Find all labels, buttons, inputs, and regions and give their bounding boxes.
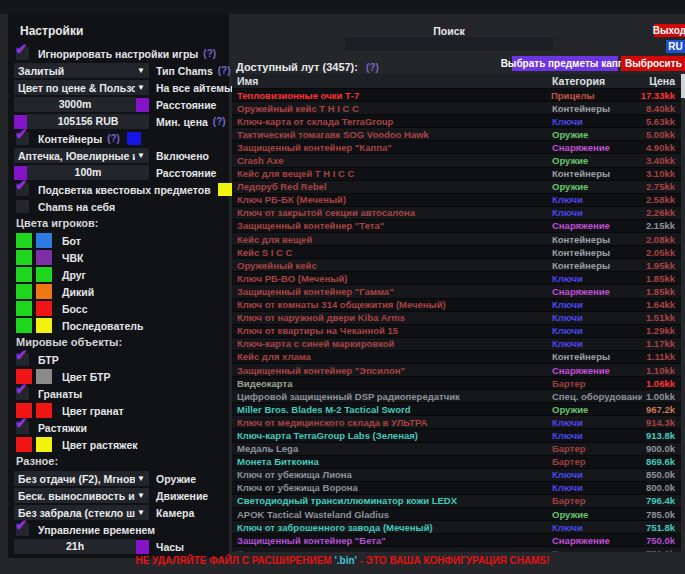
loot-row[interactable]: Ключ-картаКлючи750.0k [232, 546, 681, 552]
value-input[interactable]: 100m [27, 165, 149, 180]
dropdown[interactable]: Без отдачи (F2), Мгновенное п▼ [14, 471, 149, 486]
loot-row[interactable]: Светодиодный трансиллюминатор кожи LEDXБ… [232, 494, 681, 507]
value-input[interactable]: 3000m [14, 97, 136, 112]
loot-row[interactable]: ВидеокартаБартер1.06kk [232, 376, 681, 389]
loot-item-category: Ключи [552, 522, 642, 533]
loot-row[interactable]: Miller Bros. Blades M-2 Tactical SwordОр… [232, 402, 681, 415]
loot-table-scrollbar[interactable] [681, 74, 685, 552]
loot-row[interactable]: Тактический томагавк SOG Voodoo HawkОруж… [232, 127, 681, 140]
color-swatch[interactable] [36, 403, 52, 418]
color-swatch[interactable] [36, 301, 52, 316]
loot-row[interactable]: Кейс S I C CКонтейнеры2.05kk [232, 245, 681, 258]
loot-row[interactable]: Ключ от комнаты 314 общежития (Меченый)К… [232, 298, 681, 311]
color-swatch[interactable] [36, 267, 52, 282]
loot-row[interactable]: Ключ-карта с синей маркировкойКлючи1.17k… [232, 337, 681, 350]
loot-row[interactable]: Оружейный кейсКонтейнеры1.95kk [232, 258, 681, 271]
color-swatch[interactable] [36, 284, 52, 299]
dropdown[interactable]: Залитый▼ [14, 63, 149, 78]
color-swatch[interactable] [36, 233, 52, 248]
loot-row[interactable]: Защищенный контейнер "Эпсилон"Снаряжение… [232, 363, 681, 376]
dropdown[interactable]: Без забрала (стекло шлема)▼ [14, 505, 149, 520]
scrollbar-thumb[interactable] [681, 74, 685, 98]
color-swatch[interactable] [36, 318, 52, 333]
loot-item-price: 850.0k [642, 469, 681, 480]
loot-item-name: Кейс для вещей [232, 234, 552, 245]
loot-row[interactable]: Crash AxeОружие3.40kk [232, 153, 681, 166]
loot-row[interactable]: Ключ-карта TerraGroup Labs (Зеленая)Ключ… [232, 428, 681, 441]
language-button[interactable]: RU [666, 40, 685, 53]
loot-row[interactable]: Защищенный контейнер "Каппа"Снаряжение4.… [232, 140, 681, 153]
loot-item-name: Оружейный кейс T H I C C [232, 103, 552, 114]
color-swatch[interactable] [36, 369, 52, 384]
loot-row[interactable]: Ключ-карта от склада TerraGroupКлючи5.63… [232, 114, 681, 127]
color-swatch[interactable] [218, 183, 232, 196]
checkbox-row: ✔БТР [14, 352, 223, 367]
loot-row[interactable]: Ключ РБ-БК (Меченый)Ключи2.58kk [232, 193, 681, 206]
checkbox[interactable]: ✔ [16, 421, 29, 434]
dump-all-button[interactable]: Выбросить все [621, 56, 685, 71]
loot-row[interactable]: Кейс для вещейКонтейнеры2.08kk [232, 232, 681, 245]
checkbox[interactable]: ✔ [16, 523, 29, 536]
loot-item-price: 869.6k [642, 456, 681, 467]
loot-row[interactable]: Кейс для хламаКонтейнеры1.11kk [232, 350, 681, 363]
loot-item-price: 1.00kk [642, 391, 681, 402]
checkbox[interactable]: ✔ [16, 387, 29, 400]
input-wrap: 100m [14, 165, 149, 180]
color-swatch[interactable] [16, 284, 32, 299]
loot-row[interactable]: Ключ от заброшенного завода (Меченый)Клю… [232, 520, 681, 533]
dropdown[interactable]: Цвет по цене & Пользователь▼ [14, 80, 149, 95]
checkbox[interactable]: ✔ [16, 47, 29, 60]
loot-row[interactable]: Ключ от убежища ЛионаКлючи850.0k [232, 468, 681, 481]
loot-row[interactable]: Тепловизионные очки Т-7Прицелы17.33kk [232, 88, 681, 101]
value-input[interactable]: 21h [14, 539, 136, 554]
loot-item-price: 796.4k [642, 495, 681, 506]
dropdown-label: Движение [156, 490, 208, 502]
loot-row[interactable]: APOK Tactical Wasteland GladiusОружие785… [232, 507, 681, 520]
color-swatch[interactable] [16, 301, 32, 316]
value-input[interactable]: 105156 RUB [27, 114, 149, 129]
loot-row[interactable]: Защищенный контейнер "Бета"Снаряжение750… [232, 533, 681, 546]
color-swatch[interactable] [16, 233, 32, 248]
loot-row[interactable]: Ледоруб Red RebelОружие2.75kk [232, 180, 681, 193]
checkbox-row: ✔Контейнеры(?) [14, 131, 223, 146]
loot-row[interactable]: Медаль LegaБартер900.0k [232, 442, 681, 455]
color-swatch[interactable] [127, 132, 141, 145]
color-swatch[interactable] [16, 250, 32, 265]
loot-row[interactable]: Ключ от медицинского склада в УЛЬТРАКлюч… [232, 415, 681, 428]
loot-row[interactable]: Ключ от наружной двери Kiba ArmsКлючи1.5… [232, 311, 681, 324]
color-swatch[interactable] [36, 250, 52, 265]
checkbox[interactable]: ✔ [16, 183, 29, 196]
loot-row[interactable]: Монета БиткоинаБартер869.6k [232, 455, 681, 468]
color-swatch[interactable] [16, 267, 32, 282]
loot-row[interactable]: Оружейный кейс T H I C CКонтейнеры8.40kk [232, 101, 681, 114]
loot-row[interactable]: Кейс для вещей T H I C CКонтейнеры3.10kk [232, 167, 681, 180]
checkbox[interactable]: ✔ [16, 353, 29, 366]
loot-row[interactable]: Цифровой защищенный DSP радиопередатчикС… [232, 389, 681, 402]
loot-row[interactable]: Ключ РБ-ВО (Меченый)Ключи1.85kk [232, 271, 681, 284]
checkbox[interactable]: ✔ [16, 132, 29, 145]
checkbox[interactable] [16, 200, 29, 213]
exit-button[interactable]: Выход [654, 24, 685, 37]
dropdown[interactable]: Аптечка, Ювелирные и...▼ [14, 148, 149, 163]
checkbox-label: БТР [38, 354, 59, 366]
loot-row[interactable]: Защищенный контейнер "Тета"Снаряжение2.1… [232, 219, 681, 232]
color-swatch[interactable] [16, 318, 32, 333]
loot-item-category: Ключи [552, 299, 642, 310]
loot-row[interactable]: Ключ от закрытой секции автосалонаКлючи2… [232, 206, 681, 219]
loot-row[interactable]: Ключ от квартиры на Чеканной 15Ключи1.29… [232, 324, 681, 337]
dropdown-value: Без забрала (стекло шлема) [18, 507, 135, 519]
color-swatch[interactable] [136, 98, 149, 112]
loot-row[interactable]: Ключ от убежища ВоронаКлючи800.0k [232, 481, 681, 494]
color-swatch[interactable] [16, 437, 32, 452]
loot-row[interactable]: Защищенный контейнер "Гамма"Снаряжение1.… [232, 284, 681, 297]
select-kappa-items-button[interactable]: Выбрать предметы каппа [512, 56, 618, 71]
dropdown[interactable]: Беск. выносливость и нет уста▼ [14, 488, 149, 503]
search-input[interactable] [345, 37, 553, 51]
color-swatch[interactable] [36, 437, 52, 452]
chevron-down-icon: ▼ [137, 66, 145, 75]
dropdown-row: Залитый▼Тип Chams(?) [14, 63, 223, 78]
loot-item-price: 913.8k [642, 430, 681, 441]
color-swatch[interactable] [136, 540, 149, 554]
loot-item-name: Ледоруб Red Rebel [232, 181, 552, 192]
loot-item-price: 5.63kk [642, 116, 681, 127]
